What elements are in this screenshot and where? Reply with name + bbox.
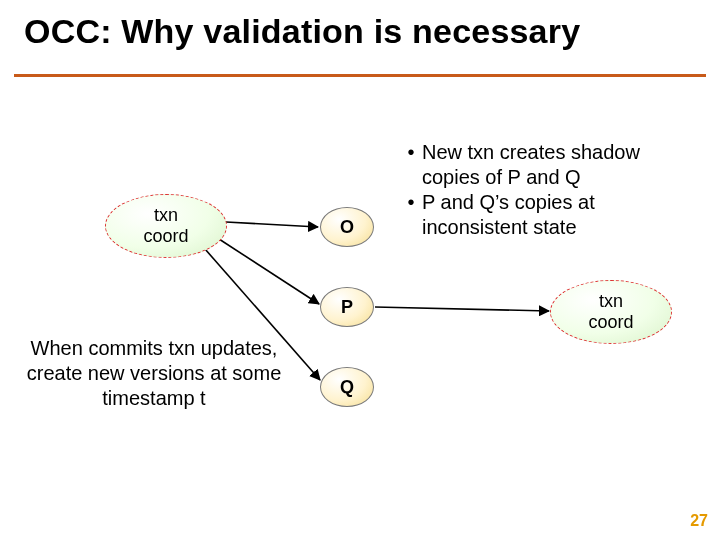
title-underline (14, 74, 706, 77)
commit-caption: When commits txn updates, create new ver… (14, 336, 294, 411)
slide-title: OCC: Why validation is necessary (24, 12, 580, 51)
node-q-label: Q (340, 377, 354, 398)
edge-coord-p (219, 239, 319, 304)
edge-p-coord (375, 307, 549, 311)
node-o-label: O (340, 217, 354, 238)
bullet-text: P and Q’s copies at inconsistent state (422, 190, 700, 240)
txn-coord-left-line1: txn (154, 205, 178, 226)
edge-layer (0, 0, 720, 540)
txn-coord-right: txn coord (550, 280, 672, 344)
node-p-label: P (341, 297, 353, 318)
bullet-dot-icon: • (400, 140, 422, 190)
edge-coord-o (226, 222, 318, 227)
bullet-list: • New txn creates shadow copies of P and… (400, 140, 700, 240)
node-q: Q (320, 367, 374, 407)
txn-coord-left: txn coord (105, 194, 227, 258)
page-number: 27 (690, 512, 708, 530)
bullet-item: • P and Q’s copies at inconsistent state (400, 190, 700, 240)
node-p: P (320, 287, 374, 327)
node-o: O (320, 207, 374, 247)
bullet-dot-icon: • (400, 190, 422, 240)
txn-coord-right-line2: coord (588, 312, 633, 333)
txn-coord-left-line2: coord (143, 226, 188, 247)
bullet-item: • New txn creates shadow copies of P and… (400, 140, 700, 190)
bullet-text: New txn creates shadow copies of P and Q (422, 140, 700, 190)
txn-coord-right-line1: txn (599, 291, 623, 312)
